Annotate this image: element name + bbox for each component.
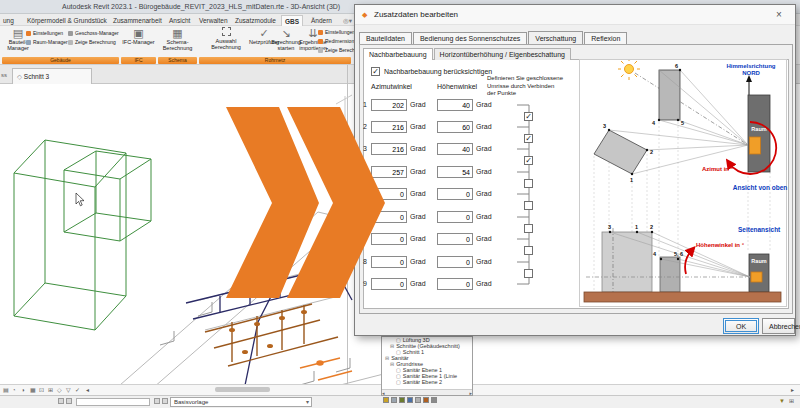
subtab-nachbarbebauung[interactable]: Nachbarbebauung <box>363 48 433 60</box>
shading-diagram: Himmelsrichtung NORD Raum 3 2 <box>580 60 788 308</box>
connect-checkbox-7[interactable] <box>524 246 533 255</box>
status-icon-2[interactable] <box>66 398 72 404</box>
consider-checkbox[interactable]: ✓ <box>371 67 380 76</box>
room-marker-top <box>750 137 761 154</box>
status-icon-4[interactable] <box>162 398 168 404</box>
expander-icon[interactable]: ⊟ <box>385 355 389 361</box>
azimut-input-4[interactable] <box>371 166 407 178</box>
unit-label: Grad <box>476 123 492 130</box>
visual-style-icon[interactable]: ◑ <box>21 386 25 394</box>
pipes-dark <box>186 230 352 408</box>
browser-tool-icon-5[interactable] <box>415 397 421 403</box>
connect-checkbox-2[interactable]: ✓ <box>524 134 533 143</box>
row-index: 2 <box>357 123 367 130</box>
azimut-input-3[interactable] <box>371 143 407 155</box>
point-2-side: 2 <box>650 224 653 230</box>
browser-hscroll[interactable]: ◂ ▸ <box>382 389 472 395</box>
angle-row: 3 Grad Grad <box>357 143 517 155</box>
scale-icon[interactable]: ▤ <box>3 386 9 394</box>
unit-label: Grad <box>410 145 426 152</box>
temp-hide-icon[interactable]: ▽ <box>66 386 71 394</box>
azimut-input-9[interactable] <box>371 278 407 290</box>
browser-tool-icon-4[interactable] <box>407 397 413 403</box>
azimut-input-6[interactable] <box>371 211 407 223</box>
hoehe-input-6[interactable] <box>437 211 473 223</box>
browser-tool-icon-2[interactable] <box>391 397 397 403</box>
hoehe-input-2[interactable] <box>437 121 473 133</box>
design-option-dropdown[interactable]: Basisvorlage ▾ <box>170 397 312 407</box>
browser-scroll-left-icon[interactable]: ◂ <box>382 390 385 396</box>
browser-scroll-right-icon[interactable]: ▸ <box>469 390 472 396</box>
zusatzdaten-dialog: ◆ Zusatzdaten bearbeiten × Bauteildaten … <box>354 4 796 336</box>
revit-window: Autodesk Revit 2023.1 - Bürogebäude_REVI… <box>0 0 800 408</box>
reveal-icon[interactable]: ✓ <box>75 386 80 394</box>
dialog-close-button[interactable]: × <box>769 8 789 22</box>
hoehe-input-3[interactable] <box>437 143 473 155</box>
unit-label: Grad <box>410 190 426 197</box>
tab-reflexion[interactable]: Reflexion <box>584 32 627 44</box>
browser-tool-icon-7[interactable] <box>431 397 437 403</box>
tab-bauteildaten[interactable]: Bauteildaten <box>359 32 412 44</box>
connect-checkbox-1[interactable]: ✓ <box>524 112 533 121</box>
status-icon-1[interactable] <box>58 398 64 404</box>
row-index: 3 <box>357 145 367 152</box>
status-icon-3[interactable] <box>154 398 160 404</box>
crop-region-icon[interactable]: ◇ <box>57 386 62 394</box>
shadows-icon[interactable]: ⊡ <box>39 386 44 394</box>
browser-tool-icon-6[interactable] <box>423 397 429 403</box>
filter-icon[interactable]: ▼ <box>779 397 785 405</box>
connect-checkbox-4[interactable] <box>524 179 533 188</box>
hscroll-thumb[interactable] <box>215 387 270 392</box>
azimut-input-1[interactable] <box>371 99 407 111</box>
point-1-side: 1 <box>635 224 638 230</box>
connect-checkbox-3[interactable]: ✓ <box>524 156 533 165</box>
azimut-input-5[interactable] <box>371 188 407 200</box>
dialog-bullet-icon: ◆ <box>362 11 367 19</box>
angle-row: 6 Grad Grad <box>357 211 517 223</box>
view-icon: ▢ <box>396 379 401 385</box>
point-5-top: 5 <box>681 120 684 126</box>
hoehe-input-4[interactable] <box>437 166 473 178</box>
obstacle-building-1-side <box>602 232 652 292</box>
cancel-button[interactable]: Abbrechen <box>762 318 795 334</box>
north-label-1: Himmelsrichtung <box>726 63 775 69</box>
detail-level-icon[interactable]: ◔ <box>12 386 16 394</box>
connect-checkbox-6[interactable] <box>524 224 533 233</box>
hoehe-input-5[interactable] <box>437 188 473 200</box>
hoehe-input-8[interactable] <box>437 256 473 268</box>
ok-button[interactable]: OK <box>723 318 759 334</box>
azimut-input-2[interactable] <box>371 121 407 133</box>
connect-checkbox-5[interactable] <box>524 201 533 210</box>
row-index: 7 <box>357 235 367 242</box>
sun-icon <box>618 60 640 80</box>
unit-label: Grad <box>476 258 492 265</box>
expander-icon[interactable]: ⊟ <box>390 343 394 349</box>
browser-tool-icon-3[interactable] <box>399 397 405 403</box>
expander-icon[interactable]: ⊟ <box>390 361 394 367</box>
unit-label: Grad <box>410 213 426 220</box>
scroll-left-icon[interactable]: ◂ <box>86 386 89 394</box>
hoehe-input-7[interactable] <box>437 233 473 245</box>
azimut-input-7[interactable] <box>371 233 407 245</box>
point-2-top: 2 <box>650 149 653 155</box>
angle-row: 9 Grad Grad <box>357 278 517 290</box>
browser-filter-icon[interactable] <box>383 397 389 403</box>
angle-row: 5 Grad Grad <box>357 188 517 200</box>
unit-label: Grad <box>476 145 492 152</box>
sun-path-icon[interactable]: ▦ <box>30 386 36 394</box>
tab-verschattung[interactable]: Verschattung <box>528 31 583 44</box>
hoehe-input-1[interactable] <box>437 99 473 111</box>
select-toggle-icon[interactable]: ⊞ <box>789 397 794 405</box>
subtab-horizont[interactable]: Horizontüberhöhung / Eigenbeschattung <box>434 48 571 60</box>
connect-checkbox-8[interactable] <box>524 269 533 278</box>
azimut-input-8[interactable] <box>371 256 407 268</box>
consider-checkbox-label: Nachbarbebauung berücksichtigen <box>384 68 492 75</box>
scroll-right-icon[interactable]: ▸ <box>791 386 794 394</box>
crop-view-icon[interactable]: ⊞ <box>48 386 53 394</box>
browser-item[interactable]: ▢ Sanitär Ebene 2 <box>382 379 472 385</box>
dialog-title: Zusatzdaten bearbeiten <box>374 10 458 19</box>
dialog-subtabs: Nachbarbebauung Horizontüberhöhung / Eig… <box>363 46 572 60</box>
unit-label: Grad <box>476 280 492 287</box>
hoehe-input-9[interactable] <box>437 278 473 290</box>
tab-sonnenschutz[interactable]: Bedienung des Sonnenschutzes <box>413 32 527 44</box>
